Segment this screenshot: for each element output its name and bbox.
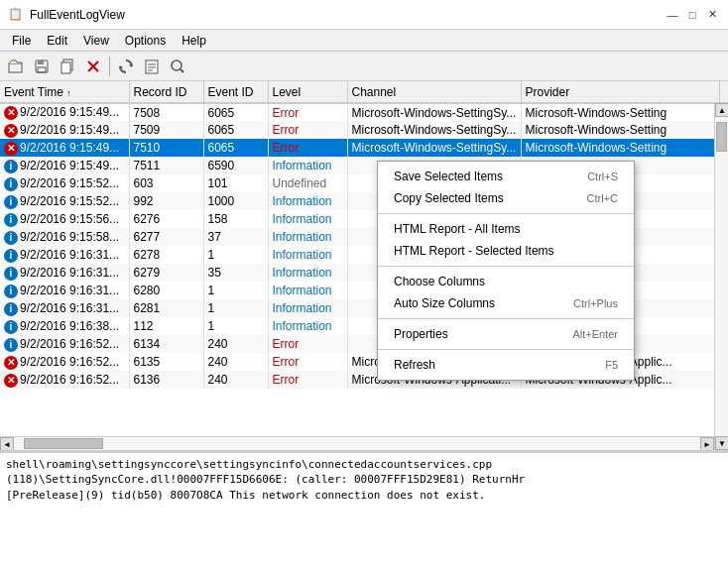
cell-level: Information <box>268 299 347 317</box>
svg-rect-3 <box>38 67 46 72</box>
cell-eventid: 240 <box>203 371 268 389</box>
cell-level: Information <box>268 264 347 282</box>
row-level-icon: ✕ <box>4 374 18 388</box>
ctx-refresh-label: Refresh <box>394 358 435 372</box>
cell-provider: Microsoft-Windows-Setting <box>521 103 719 121</box>
hscroll-thumb[interactable] <box>24 438 103 449</box>
cell-record: 6136 <box>129 371 203 389</box>
cell-level: Information <box>268 317 347 335</box>
app-icon: 📋 <box>8 7 24 23</box>
cell-time: i9/2/2016 9:16:31... <box>0 264 129 282</box>
close-button[interactable]: ✕ <box>704 7 720 23</box>
minimize-button[interactable]: — <box>665 7 680 23</box>
menu-edit[interactable]: Edit <box>39 32 75 50</box>
hscroll-track[interactable] <box>14 437 700 450</box>
toolbar-search[interactable] <box>166 55 189 78</box>
cell-time: ✕9/2/2016 9:16:52... <box>0 353 129 371</box>
scroll-track[interactable] <box>715 117 728 436</box>
cell-record: 6134 <box>129 335 203 353</box>
ctx-choose-cols[interactable]: Choose Columns <box>378 271 634 292</box>
scroll-down-button[interactable]: ▼ <box>715 436 728 450</box>
cell-eventid: 1 <box>203 299 268 317</box>
scroll-thumb[interactable] <box>716 122 727 152</box>
detail-text: shell\roaming\settingsynccore\settingsyn… <box>6 457 722 503</box>
col-header-eventid[interactable]: Event ID <box>203 81 268 103</box>
scroll-left-button[interactable]: ◄ <box>0 437 14 451</box>
menu-file[interactable]: File <box>4 32 39 50</box>
cell-level: Error <box>268 103 347 121</box>
cell-record: 603 <box>129 174 203 192</box>
cell-record: 992 <box>129 192 203 210</box>
cell-time: ✕9/2/2016 9:15:49... <box>0 121 129 139</box>
ctx-copy-selected-label: Copy Selected Items <box>394 191 504 205</box>
toolbar-refresh[interactable] <box>114 55 138 78</box>
maximize-button[interactable]: □ <box>684 7 700 23</box>
cell-time: ✕9/2/2016 9:15:49... <box>0 139 129 157</box>
cell-eventid: 37 <box>203 228 268 246</box>
col-header-record[interactable]: Record ID <box>129 81 203 103</box>
cell-eventid: 158 <box>203 210 268 228</box>
table-row[interactable]: ✕9/2/2016 9:15:49... 7510 6065 Error Mic… <box>0 139 728 157</box>
cell-channel: Microsoft-Windows-SettingSy... <box>347 139 521 157</box>
cell-time: i9/2/2016 9:16:31... <box>0 246 129 264</box>
cell-provider: Microsoft-Windows-Setting <box>521 139 719 157</box>
cell-record: 6278 <box>129 246 203 264</box>
ctx-sep-4 <box>378 349 634 350</box>
ctx-copy-selected[interactable]: Copy Selected Items Ctrl+C <box>378 187 634 209</box>
menu-help[interactable]: Help <box>174 32 214 50</box>
cell-eventid: 1 <box>203 317 268 335</box>
cell-eventid: 6065 <box>203 103 268 121</box>
horizontal-scrollbar[interactable]: ◄ ► <box>0 436 714 450</box>
table-row[interactable]: ✕9/2/2016 9:15:49... 7509 6065 Error Mic… <box>0 121 728 139</box>
title-bar: 📋 FullEventLogView — □ ✕ <box>0 0 728 30</box>
ctx-html-selected[interactable]: HTML Report - Selected Items <box>378 240 634 262</box>
cell-eventid: 6590 <box>203 157 268 174</box>
cell-eventid: 6065 <box>203 139 268 157</box>
svg-line-15 <box>181 69 183 72</box>
cell-level: Information <box>268 210 347 228</box>
col-header-time[interactable]: Event Time ↑ <box>0 81 129 103</box>
vertical-scrollbar[interactable]: ▲ ▼ <box>714 103 728 450</box>
cell-record: 7508 <box>129 103 203 121</box>
table-row[interactable]: ✕9/2/2016 9:15:49... 7508 6065 Error Mic… <box>0 103 728 121</box>
context-menu: Save Selected Items Ctrl+S Copy Selected… <box>377 161 635 381</box>
cell-eventid: 240 <box>203 335 268 353</box>
ctx-auto-size[interactable]: Auto Size Columns Ctrl+Plus <box>378 292 634 314</box>
ctx-html-all[interactable]: HTML Report - All Items <box>378 218 634 240</box>
col-header-channel[interactable]: Channel <box>347 81 521 103</box>
ctx-properties[interactable]: Properties Alt+Enter <box>378 323 634 345</box>
cell-time: i9/2/2016 9:16:52... <box>0 335 129 353</box>
cell-time: i9/2/2016 9:15:52... <box>0 192 129 210</box>
detail-pane: shell\roaming\settingsynccore\settingsyn… <box>0 451 728 570</box>
toolbar-open[interactable] <box>4 55 28 78</box>
cell-time: i9/2/2016 9:16:31... <box>0 282 129 299</box>
cell-eventid: 240 <box>203 353 268 371</box>
col-header-provider[interactable]: Provider <box>521 81 719 103</box>
cell-eventid: 1 <box>203 246 268 264</box>
ctx-refresh[interactable]: Refresh F5 <box>378 354 634 376</box>
cell-level: Error <box>268 139 347 157</box>
row-level-icon: ✕ <box>4 142 18 156</box>
ctx-save-selected[interactable]: Save Selected Items Ctrl+S <box>378 166 634 187</box>
row-level-icon: i <box>4 160 18 173</box>
cell-record: 7510 <box>129 139 203 157</box>
cell-level: Information <box>268 157 347 174</box>
cell-time: i9/2/2016 9:15:49... <box>0 157 129 174</box>
scroll-up-button[interactable]: ▲ <box>715 103 728 117</box>
row-level-icon: i <box>4 338 18 352</box>
scroll-right-button[interactable]: ► <box>700 437 714 451</box>
toolbar-report[interactable] <box>140 55 164 78</box>
cell-record: 7509 <box>129 121 203 139</box>
toolbar-save[interactable] <box>30 55 54 78</box>
menu-options[interactable]: Options <box>117 32 174 50</box>
row-level-icon: i <box>4 213 18 227</box>
main-area: Event Time ↑ Record ID Event ID Level Ch… <box>0 81 728 570</box>
toolbar-copy[interactable] <box>56 55 79 78</box>
cell-level: Error <box>268 335 347 353</box>
cell-record: 6277 <box>129 228 203 246</box>
menu-view[interactable]: View <box>75 32 117 50</box>
toolbar-delete[interactable] <box>81 55 105 78</box>
cell-channel: Microsoft-Windows-SettingSy... <box>347 103 521 121</box>
col-header-level[interactable]: Level <box>268 81 347 103</box>
cell-time: i9/2/2016 9:16:38... <box>0 317 129 335</box>
